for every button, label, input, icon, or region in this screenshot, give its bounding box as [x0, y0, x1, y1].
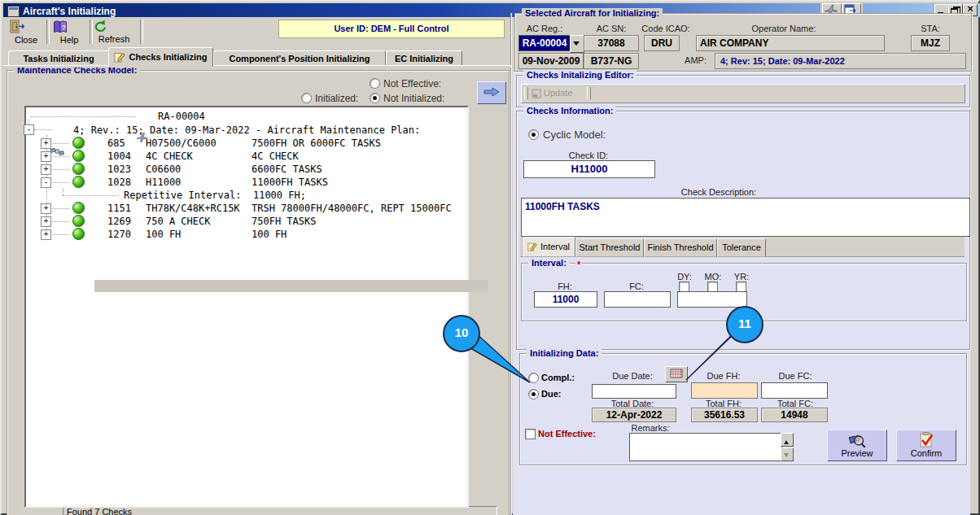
tab-ec-initializing[interactable]: EC Initializing	[386, 50, 462, 67]
tab-checks-initializing[interactable]: Checks Initializing	[108, 47, 213, 67]
tree-expand-icon[interactable]: +	[41, 216, 51, 227]
window-title: Aircraft's Initializing	[23, 6, 116, 17]
tree-check-row-1270[interactable]: + 1270 100 FH 100 FH	[26, 228, 466, 240]
radio-initialized[interactable]	[301, 93, 312, 103]
tree-check-row-1023[interactable]: + 1023 C06600 6600FC TASKS	[26, 163, 466, 175]
toolbar-grip	[587, 87, 591, 99]
due-fc-input[interactable]	[761, 382, 828, 399]
radio-compl[interactable]	[528, 373, 539, 383]
check-id: 1270	[107, 229, 131, 240]
subtab-start-threshold[interactable]: Start Threshold	[575, 238, 644, 257]
confirm-button[interactable]: Confirm	[896, 430, 956, 461]
help-button-label: Help	[52, 35, 86, 45]
code-icao-label: Code ICAO:	[639, 24, 693, 33]
preview-button[interactable]: Preview	[827, 430, 887, 461]
check-desc: TRSH 78000FH/48000FC, REPT 15000FC	[252, 203, 452, 214]
due-date-input[interactable]	[592, 384, 676, 399]
tab-tasks-initializing[interactable]: Tasks Initializing	[8, 50, 109, 67]
tree-expand-icon[interactable]: +	[41, 164, 51, 175]
mfg-date-value: 09-Nov-2009	[518, 53, 584, 69]
fh-input[interactable]: 11000	[534, 291, 597, 308]
tree-expand-icon[interactable]: +	[41, 203, 51, 214]
tree-plan-row[interactable]: - 4; Rev.: 15; Date: 09-Mar-2022 - Aircr…	[26, 124, 466, 136]
update-button[interactable]: Update	[532, 86, 582, 100]
subtab-finish-threshold[interactable]: Finish Threshold	[644, 238, 717, 257]
check-id-input[interactable]: H11000	[523, 160, 655, 178]
subtab-interval[interactable]: Interval	[523, 237, 575, 257]
tree-expand-icon[interactable]: +	[41, 138, 51, 149]
cyclic-model-label: Cyclic Model:	[543, 129, 606, 141]
help-button[interactable]: ? Help	[52, 20, 86, 45]
tree-repetitive-interval-row: Repetitive Interval: 11000 FH;	[26, 189, 466, 201]
radio-due[interactable]	[528, 389, 539, 399]
sta-value: MJZ	[911, 35, 950, 51]
tree-expand-icon[interactable]: +	[41, 229, 51, 240]
tree-check-row-685[interactable]: + 685 H07500/C6000 7500FH OR 6000FC TASK…	[26, 137, 466, 149]
selected-aircraft-title: Selected Aircraft for Initializing:	[522, 8, 663, 18]
tree-check-row-1028-selected[interactable]: - 1028 H11000 11000FH TASKS	[26, 176, 466, 188]
check-status-icon	[72, 137, 85, 149]
remarks-scroll-down-button[interactable]	[781, 447, 794, 461]
tree-expand-icon[interactable]: +	[41, 151, 51, 162]
selected-aircraft-group: Selected Aircraft for Initializing: AC R…	[514, 13, 972, 72]
due-fh-input[interactable]	[691, 382, 758, 399]
tree-collapse-icon[interactable]: -	[41, 177, 51, 188]
check-id: 685	[107, 137, 125, 149]
ac-reg-label: AC Reg.:	[518, 24, 571, 33]
preview-magnifier-icon	[847, 432, 867, 448]
note-pencil-icon	[114, 51, 125, 63]
move-to-editor-button[interactable]	[477, 81, 506, 104]
check-id: 1004	[107, 151, 131, 162]
tree-root-label: RA-00004	[158, 111, 205, 122]
check-status-icon	[72, 202, 85, 214]
dy-label: DY:	[675, 272, 694, 282]
tree-collapse-icon[interactable]: -	[24, 124, 34, 135]
checks-initializing-editor-title: Checks Initalizing Editor:	[523, 70, 637, 80]
tab-components-position-initializing[interactable]: Component's Position Initializing	[213, 50, 386, 67]
tree-selection-band	[94, 280, 488, 292]
check-desc: 100 FH	[252, 229, 287, 240]
fc-input[interactable]	[604, 291, 671, 308]
calendar-interval-input[interactable]	[677, 291, 747, 308]
close-button[interactable]: Close	[8, 20, 44, 45]
help-book-icon: ?	[52, 20, 86, 34]
due-date-label: Due Date:	[592, 371, 673, 381]
ac-reg-combobox[interactable]: RA-00004	[518, 35, 571, 51]
radio-cyclic-model[interactable]	[528, 129, 539, 140]
checks-initializing-editor-group: Checks Initalizing Editor: Update	[516, 75, 970, 107]
check-id: 1023	[107, 164, 131, 175]
blue-right-arrow-icon	[483, 86, 501, 98]
remarks-textarea[interactable]	[629, 433, 782, 461]
tree-root-row[interactable]: RA-00004	[26, 111, 466, 123]
remarks-scroll-up-button[interactable]	[781, 433, 794, 447]
required-asterisk: *	[575, 260, 582, 269]
not-effective-label: Not Effective:	[538, 429, 596, 439]
check-status-icon	[72, 215, 85, 227]
subtab-tolerance[interactable]: Tolerance	[717, 238, 766, 257]
operator-name-value: AIR COMPANY	[696, 35, 885, 51]
tree-check-row-1269[interactable]: + 1269 750 A CHECK 750FH TASKS	[26, 215, 466, 227]
check-description-input[interactable]: 11000FH TASKS	[521, 198, 970, 237]
total-fh-value: 35616.53	[691, 408, 758, 422]
panel-divider	[510, 13, 512, 515]
preview-button-label: Preview	[828, 448, 886, 458]
not-effective-checkbox[interactable]	[525, 429, 536, 439]
ac-reg-dropdown-button[interactable]	[570, 35, 584, 53]
tree-check-row-1004[interactable]: + 1004 4C CHECK 4C CHECK	[26, 150, 466, 162]
check-status-icon	[72, 228, 85, 240]
total-fc-value: 14948	[761, 408, 828, 422]
due-fc-label: Due FC:	[755, 371, 836, 381]
tree-check-row-1151[interactable]: + 1151 TH78K/C48K+RC15K TRSH 78000FH/480…	[26, 202, 466, 214]
app-window: Aircraft's Initializing Close ? Help Ref…	[0, 0, 980, 515]
radio-not-initialized-label: Not Initialized:	[383, 93, 444, 104]
remarks-label: Remarks:	[610, 423, 691, 433]
radio-not-effective[interactable]	[370, 78, 380, 89]
close-button-label: Close	[8, 35, 44, 45]
callout-11-badge: 11	[726, 306, 763, 343]
check-id: 1028	[107, 177, 131, 188]
refresh-button[interactable]: Refresh	[93, 20, 135, 45]
arrow-down-icon	[784, 453, 789, 460]
confirm-button-label: Confirm	[897, 448, 956, 458]
radio-not-initialized[interactable]	[370, 93, 380, 103]
refresh-button-label: Refresh	[93, 34, 135, 44]
